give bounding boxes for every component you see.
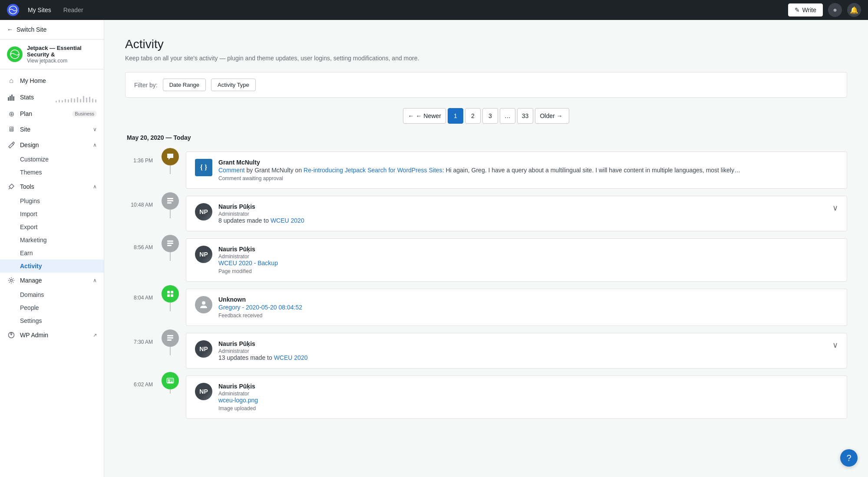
filter-label: Filter by: xyxy=(134,82,158,89)
filter-bar: Filter by: Date Range Activity Type xyxy=(125,72,847,98)
wp-admin-icon xyxy=(7,331,16,339)
design-chevron-icon: ∧ xyxy=(93,142,97,148)
sidebar-item-tools-label: Tools xyxy=(20,183,89,190)
activity-icon-image xyxy=(162,372,179,389)
activity-user-name: Nauris Pūķis xyxy=(218,203,822,210)
site-name: Jetpack — Essential Security & xyxy=(27,45,97,58)
activity-row: 7:30 AM NP Nauris Pūķis Administrator xyxy=(125,329,847,372)
user-avatar-unknown xyxy=(195,296,212,313)
activity-sub-text: Comment awaiting approval xyxy=(218,175,838,181)
wceu-link2[interactable]: WCEU 2020 xyxy=(274,354,308,361)
expand-button[interactable]: ∨ xyxy=(828,203,838,213)
page-button-1[interactable]: 1 xyxy=(448,108,463,124)
sidebar-item-earn[interactable]: Earn xyxy=(0,247,104,260)
sidebar-item-my-home[interactable]: ⌂ My Home xyxy=(0,73,104,89)
svg-rect-19 xyxy=(167,335,173,336)
timeline-line xyxy=(170,303,171,311)
sidebar-item-stats[interactable]: Stats xyxy=(0,89,104,106)
activity-icon-feedback xyxy=(162,285,179,303)
timeline-col xyxy=(160,192,181,218)
newer-arrow-icon: ← xyxy=(408,112,414,119)
activity-time: 8:56 AM xyxy=(125,235,160,250)
activity-user-name: Grant McNulty xyxy=(218,159,838,166)
topbar-right: ✎ Write ● 🔔 xyxy=(788,3,861,17)
svg-rect-5 xyxy=(13,96,14,101)
topbar-nav-reader[interactable]: Reader xyxy=(58,5,89,15)
activity-icon-page xyxy=(162,235,179,252)
page-button-33[interactable]: 33 xyxy=(517,108,534,124)
design-icon xyxy=(7,141,16,149)
activity-type-filter-button[interactable]: Activity Type xyxy=(211,79,256,91)
comment-link[interactable]: Comment xyxy=(218,167,245,174)
sidebar-item-plan[interactable]: ⊕ Plan Business xyxy=(0,106,104,122)
wceu-link[interactable]: WCEU 2020 xyxy=(271,217,304,224)
manage-icon xyxy=(7,276,16,285)
page-button-3[interactable]: 3 xyxy=(482,108,498,124)
sidebar-item-stats-label: Stats xyxy=(20,94,51,101)
image-link[interactable]: wceu-logo.png xyxy=(218,397,258,404)
sidebar-item-wp-admin[interactable]: WP Admin ↗ xyxy=(0,327,104,343)
newer-label: ← Newer xyxy=(416,112,441,119)
sidebar-item-themes[interactable]: Themes xyxy=(0,166,104,179)
sidebar-item-export[interactable]: Export xyxy=(0,220,104,234)
user-avatar-icon[interactable]: ● xyxy=(828,3,842,17)
back-arrow-icon: ← xyxy=(7,26,13,33)
newer-button[interactable]: ← ← Newer xyxy=(403,108,446,124)
user-avatar: NP xyxy=(195,340,212,358)
activity-timeline: 1:36 PM { } Grant McNulty xyxy=(125,148,847,422)
sidebar-item-settings[interactable]: Settings xyxy=(0,314,104,327)
backup-link[interactable]: WCEU 2020 - Backup xyxy=(218,260,278,266)
topbar-nav-mysites[interactable]: My Sites xyxy=(23,5,56,15)
sidebar-item-design[interactable]: Design ∧ xyxy=(0,137,104,153)
date-section: May 20, 2020 — Today 1:36 PM { } xyxy=(125,134,847,422)
sidebar-item-people[interactable]: People xyxy=(0,301,104,314)
write-button[interactable]: ✎ Write xyxy=(788,3,823,16)
site-details: Jetpack — Essential Security & View jetp… xyxy=(27,45,97,64)
topbar-nav: My Sites Reader xyxy=(23,5,89,15)
post-link[interactable]: Re-introducing Jetpack Search for WordPr… xyxy=(304,167,442,174)
notifications-icon[interactable]: 🔔 xyxy=(847,3,861,17)
date-range-filter-button[interactable]: Date Range xyxy=(163,79,206,91)
timeline-col xyxy=(160,235,181,261)
activity-card: Unknown Gregory - 2020-05-20 08:04:52 Fe… xyxy=(186,289,847,326)
write-icon: ✎ xyxy=(795,7,800,13)
svg-point-18 xyxy=(202,301,205,305)
sidebar-item-activity[interactable]: Activity xyxy=(0,260,104,273)
sidebar: ← Switch Site Jetpack — Essential Securi… xyxy=(0,20,104,477)
sidebar-item-manage-label: Manage xyxy=(20,277,89,284)
page-title: Activity xyxy=(125,37,847,51)
svg-rect-14 xyxy=(167,291,170,293)
activity-time: 7:30 AM xyxy=(125,329,160,345)
site-info: Jetpack — Essential Security & View jetp… xyxy=(0,39,104,69)
sidebar-item-tools[interactable]: Tools ∧ xyxy=(0,179,104,194)
user-avatar: NP xyxy=(195,246,212,263)
sidebar-item-import[interactable]: Import xyxy=(0,207,104,220)
page-button-2[interactable]: 2 xyxy=(465,108,481,124)
activity-content: Nauris Pūķis Administrator WCEU 2020 - B… xyxy=(218,246,838,274)
activity-row: 1:36 PM { } Grant McNulty xyxy=(125,148,847,192)
sidebar-item-site-label: Site xyxy=(20,126,89,133)
sidebar-item-plugins[interactable]: Plugins xyxy=(0,194,104,207)
activity-row: 8:56 AM NP Nauris Pūķis Administrator xyxy=(125,235,847,285)
expand-button[interactable]: ∨ xyxy=(828,340,838,350)
wordpress-logo[interactable] xyxy=(7,4,19,16)
activity-row: 10:48 AM NP Nauris Pūķis Administrator xyxy=(125,192,847,235)
older-button[interactable]: Older → xyxy=(535,108,569,124)
svg-rect-17 xyxy=(171,294,173,297)
feedback-link[interactable]: Gregory - 2020-05-20 08:04:52 xyxy=(218,304,302,311)
site-url[interactable]: View jetpack.com xyxy=(27,58,97,64)
svg-rect-15 xyxy=(171,291,173,293)
topbar-left: My Sites Reader xyxy=(7,4,89,16)
help-button[interactable]: ? xyxy=(840,449,858,467)
svg-rect-4 xyxy=(11,95,13,101)
activity-time: 8:04 AM xyxy=(125,285,160,301)
sidebar-item-marketing[interactable]: Marketing xyxy=(0,234,104,247)
switch-site-button[interactable]: ← Switch Site xyxy=(0,20,104,39)
sidebar-item-site[interactable]: 🖥 Site ∨ xyxy=(0,122,104,137)
activity-content: Nauris Pūķis Administrator 8 updates mad… xyxy=(218,203,822,224)
sidebar-item-manage[interactable]: Manage ∧ xyxy=(0,273,104,288)
timeline-line xyxy=(170,210,171,218)
sidebar-item-customize[interactable]: Customize xyxy=(0,153,104,166)
activity-icon-update2 xyxy=(162,329,179,347)
sidebar-item-domains[interactable]: Domains xyxy=(0,288,104,301)
